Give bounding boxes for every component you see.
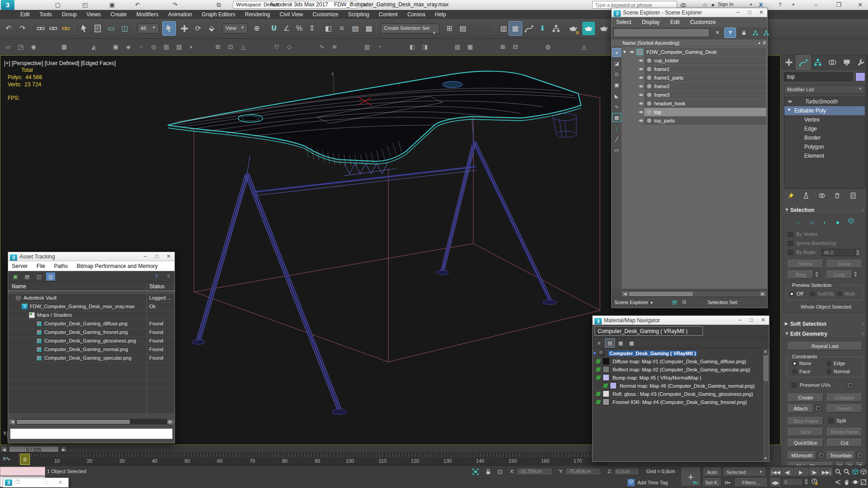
stack-item-vertex[interactable]: Vertex (784, 115, 865, 124)
se-menu-customize[interactable]: Customize (685, 17, 720, 25)
next-frame-arrow[interactable]: ▶ (61, 446, 67, 452)
view-list-icon[interactable]: ≡ (594, 339, 604, 347)
project-folder-icon[interactable]: ⧉ (214, 1, 224, 9)
maximize-icon[interactable]: □ (745, 316, 757, 325)
view-list-icons-icon[interactable]: ▤ (605, 339, 614, 347)
menu-rendering[interactable]: Rendering (241, 10, 274, 19)
preview-subobj-radio[interactable] (810, 291, 815, 296)
align-icon[interactable]: ≡ (335, 22, 348, 35)
se-row-top-parts[interactable]: top_parts (622, 117, 767, 125)
scroll-thumb[interactable] (629, 292, 693, 296)
at-tool-icon[interactable]: ▣ (11, 272, 20, 281)
ribbon-icon[interactable]: ⊡ (225, 42, 236, 52)
scroll-thumb[interactable] (17, 420, 130, 424)
zoom-all-icon[interactable] (843, 468, 851, 476)
at-row-vault[interactable]: Autodesk VaultLogged ... (8, 294, 175, 302)
selection-rollout-header[interactable]: ▼Selection∷ (783, 206, 866, 214)
preview-off-radio[interactable] (789, 291, 794, 296)
stack-item-editable-poly[interactable]: ▼Editable Poly (784, 106, 865, 115)
edit-named-selections-icon[interactable]: ⊞ (443, 22, 456, 35)
layer-manager-icon[interactable]: ▤ (349, 22, 362, 35)
menu-scripting[interactable]: Scripting (344, 10, 373, 19)
se-layers-icon[interactable]: ▤ (672, 299, 677, 305)
filter-xrefs-icon[interactable]: ↓ (613, 124, 621, 132)
stack-item-turbosmooth[interactable]: TurboSmooth (784, 97, 865, 106)
se-search-input[interactable] (613, 28, 709, 37)
menu-edit[interactable]: Edit (16, 10, 34, 19)
loop-spinner[interactable]: ▲▼ (853, 271, 858, 278)
ribbon-icon[interactable]: ◧ (407, 42, 418, 52)
close-icon[interactable]: ✕ (58, 479, 62, 485)
use-pivot-center-icon[interactable]: ⊕ (250, 22, 263, 35)
app-minimize-button[interactable]: – (809, 1, 823, 9)
attach-button[interactable]: Attach (788, 404, 813, 413)
ribbon-icon[interactable]: △ (238, 42, 249, 52)
key-filters-icon[interactable] (724, 479, 732, 487)
se-row-frame1[interactable]: frame1 (622, 65, 767, 74)
reference-coordinate-dropdown[interactable]: View▼ (222, 23, 248, 33)
at-tool-icon[interactable]: ▤ (23, 272, 32, 281)
ribbon-icon[interactable]: ⊞ (212, 42, 223, 52)
menu-graph-editors[interactable]: Graph Editors (198, 10, 239, 19)
bind-spacewarp-icon[interactable] (60, 22, 72, 35)
se-menu-edit[interactable]: Edit (665, 17, 684, 25)
se-row-frame2[interactable]: frame2 (622, 82, 767, 91)
filter-funnel-icon[interactable] (725, 28, 736, 38)
maximize-icon[interactable]: □ (744, 8, 755, 17)
object-color-swatch[interactable] (855, 72, 865, 81)
set-keys-button[interactable]: + (682, 468, 700, 487)
pin-stack-icon[interactable] (784, 191, 797, 201)
constraint-none-radio[interactable] (792, 361, 797, 366)
time-tag-cube-icon[interactable] (627, 479, 635, 486)
menu-views[interactable]: Views (82, 10, 105, 19)
at-menu-server[interactable]: Server (8, 261, 31, 269)
collapse-button[interactable]: Collapse (827, 394, 862, 402)
mmn-row-normal[interactable]: Normal map: Map #6 (Computer_Desk_Gaming… (593, 382, 762, 390)
ribbon-icon[interactable]: ≋ (329, 42, 340, 52)
ring-button[interactable]: Ring (788, 271, 813, 279)
at-table-header[interactable]: Name Status (8, 282, 175, 291)
ribbon-icon[interactable]: ▥ (362, 42, 373, 52)
remove-modifier-icon[interactable] (830, 191, 844, 201)
filter-helpers-icon[interactable]: ◣ (613, 92, 621, 100)
mmn-row-diffuse[interactable]: Diffuse map: Map #1 (Computer_Desk_Gamin… (593, 357, 762, 366)
scroll-thumb[interactable] (764, 356, 768, 381)
ring-spinner[interactable]: ▲▼ (814, 271, 819, 278)
next-frame-button[interactable]: |▶ (809, 468, 820, 477)
layer-explorer-icon[interactable]: ⬇ (536, 22, 549, 35)
lock-icon[interactable] (738, 28, 749, 38)
schematic-view-icon[interactable] (550, 22, 562, 35)
se-column-header[interactable]: Name (Sorted Ascending)▲F (612, 39, 767, 47)
open-file-icon[interactable]: ◰ (80, 1, 90, 9)
mmn-row-fresnel[interactable]: Fresnel IOR: Map #4 (Computer_Desk_Gamin… (593, 398, 762, 406)
quickslice-button[interactable]: QuickSlice (788, 439, 823, 447)
subobject-border-icon[interactable]: ◗ (819, 220, 830, 228)
set-key-button[interactable]: Set K. (703, 478, 721, 487)
se-row-root[interactable]: ▼ FDW_Computer_Gaming_Desk (622, 48, 767, 56)
rectangular-region-icon[interactable]: ▭ (105, 22, 118, 35)
select-object-icon[interactable] (78, 22, 90, 35)
new-file-icon[interactable]: ▢ (53, 1, 63, 9)
ribbon-icon[interactable]: ◬ (579, 42, 590, 52)
se-row-headset-hook[interactable]: headset_hook (622, 99, 767, 108)
absolute-offset-toggle-icon[interactable]: ⊡ (497, 468, 505, 476)
add-time-tag-label[interactable]: Add Time Tag (637, 480, 668, 485)
app-maximize-button[interactable]: ❐ (832, 1, 845, 9)
se-row-frame3[interactable]: frame3 (622, 91, 767, 99)
render-setup-icon[interactable] (582, 22, 595, 35)
key-mode-toggle-button[interactable]: ◀▶ (770, 478, 780, 487)
x-coordinate-field[interactable]: -16,799cm (516, 468, 552, 475)
menu-modifiers[interactable]: Modifiers (132, 10, 163, 19)
redo-scene-icon[interactable]: ↷ (16, 22, 29, 35)
pan-hand-icon[interactable] (843, 479, 851, 487)
mini-curve-editor-icon[interactable]: ≡∿ (3, 455, 10, 462)
modifier-list-dropdown[interactable]: Modifier List▼ (784, 85, 865, 94)
stack-item-element[interactable]: Element (784, 151, 865, 160)
menu-create[interactable]: Create (106, 10, 131, 19)
se-row-top-selected[interactable]: top (622, 108, 767, 117)
restore-icon[interactable]: □ (45, 479, 48, 485)
menu-corona[interactable]: Corona (403, 10, 429, 19)
previous-frame-button[interactable]: ◀| (782, 468, 793, 477)
mmn-row-reflect[interactable]: Reflect map: Map #2 (Computer_Desk_Gamin… (593, 366, 762, 374)
tab-display[interactable] (840, 56, 854, 69)
